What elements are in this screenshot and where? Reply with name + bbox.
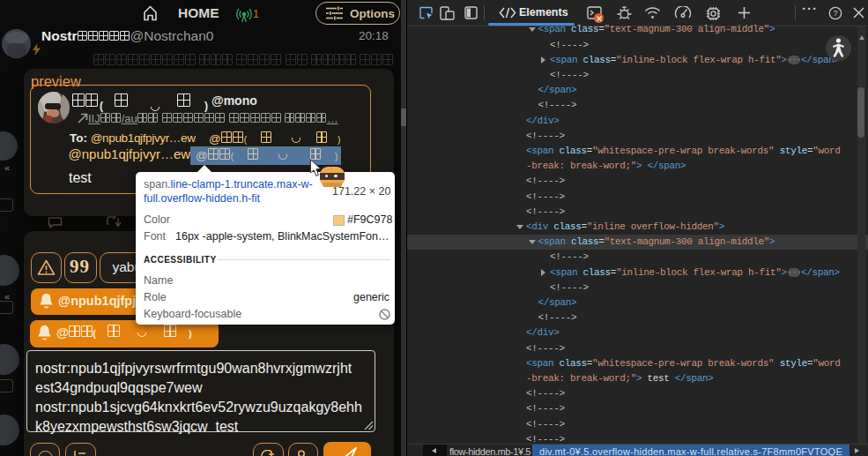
- svg-text:?: ?: [833, 9, 837, 18]
